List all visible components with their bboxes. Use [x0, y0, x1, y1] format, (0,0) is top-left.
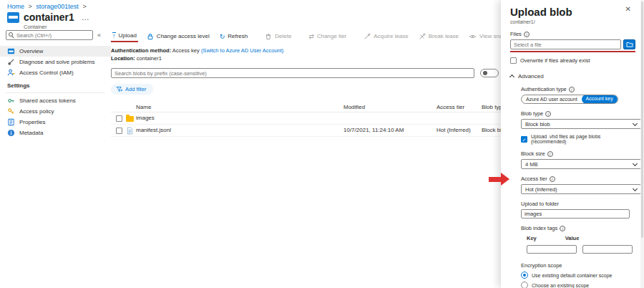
- column-header-access-tier[interactable]: Access tier: [436, 104, 464, 110]
- advanced-expander[interactable]: Advanced: [510, 73, 635, 80]
- breadcrumb-storage-link[interactable]: storage001test: [36, 3, 79, 10]
- access-tier-label: Access tier: [521, 176, 635, 182]
- breadcrumb-separator: >: [29, 3, 32, 10]
- search-icon: [9, 32, 13, 37]
- overwrite-checkbox-row[interactable]: Overwrite if files already exist: [510, 57, 635, 64]
- blob-name-link[interactable]: manifest.jsonl: [136, 127, 171, 133]
- sidebar-search-input[interactable]: [6, 30, 93, 40]
- view-snapshots-button[interactable]: View snapshots: [467, 32, 501, 42]
- column-header-modified[interactable]: Modified: [343, 104, 365, 110]
- radio-unselected[interactable]: [521, 282, 528, 288]
- sidebar-item-diagnose[interactable]: Diagnose and solve problems: [0, 57, 111, 67]
- row-checkbox[interactable]: [116, 115, 122, 122]
- upload-blob-panel: ✕ Upload blob container1/ Files Overwrit…: [501, 0, 644, 288]
- table-header-row: Name Modified Access tier Blob type: [111, 102, 501, 112]
- chevron-down-icon: [633, 186, 638, 191]
- change-access-level-button[interactable]: Change access level: [145, 32, 211, 42]
- lock-icon: [147, 33, 154, 40]
- auth-option-account-key[interactable]: Account key: [582, 95, 618, 104]
- blob-prefix-search-input[interactable]: [111, 68, 474, 78]
- overview-icon: [7, 47, 15, 55]
- info-icon: [569, 87, 575, 92]
- sidebar-settings-header: Settings: [0, 78, 111, 91]
- encryption-default-radio-row[interactable]: Use existing default container scope: [521, 272, 635, 279]
- overwrite-checkbox[interactable]: [510, 57, 517, 64]
- blob-type-label: Blob type: [521, 110, 635, 117]
- page-title: container1: [24, 11, 74, 23]
- switch-auth-link[interactable]: (Switch to Azure AD User Account): [201, 47, 283, 54]
- access-tier-dropdown[interactable]: Hot (Inferred): [521, 184, 641, 194]
- person-key-icon: [7, 69, 15, 77]
- sidebar: « Overview Diagnose and solve problems A…: [0, 30, 111, 288]
- blob-table: Name Modified Access tier Blob type imag…: [111, 102, 501, 137]
- table-row[interactable]: manifest.jsonl 10/7/2021, 11:24:10 AM Ho…: [111, 125, 501, 137]
- upload-button[interactable]: ↑ Upload: [111, 31, 138, 42]
- panel-subtitle: container1/: [510, 19, 635, 24]
- vhd-checkbox[interactable]: ✓: [521, 136, 527, 143]
- tag-key-input[interactable]: [527, 245, 577, 254]
- chevron-down-icon: [633, 160, 638, 165]
- folder-icon: [126, 116, 134, 122]
- main-content: ↑ Upload Change access level ↻ Refresh D…: [111, 30, 501, 288]
- breadcrumb: Home > storage001test >: [7, 3, 89, 10]
- change-tier-button[interactable]: ⇄ Change tier: [307, 32, 348, 42]
- vhd-checkbox-row[interactable]: ✓ Upload .vhd files as page blobs (recom…: [521, 134, 635, 144]
- file-select-input[interactable]: [510, 39, 621, 49]
- break-lease-button[interactable]: Break lease: [417, 32, 460, 42]
- scrollbar[interactable]: [640, 0, 644, 288]
- info-icon: [7, 129, 15, 137]
- encryption-choose-radio-row[interactable]: Choose an existing scope: [521, 282, 635, 288]
- auth-type-label: Authentication type: [521, 86, 635, 92]
- block-size-dropdown[interactable]: 4 MB: [521, 159, 641, 169]
- table-row[interactable]: images: [111, 112, 501, 125]
- chevron-up-icon: [509, 75, 514, 80]
- eye-icon: [469, 33, 477, 40]
- close-icon[interactable]: ✕: [625, 5, 631, 13]
- scrollbar-thumb[interactable]: [641, 1, 643, 238]
- location-line: Location: container1: [111, 55, 501, 62]
- acquire-lease-icon: [364, 33, 371, 40]
- acquire-lease-button[interactable]: Acquire lease: [362, 32, 409, 42]
- key-icon: [7, 107, 15, 115]
- sidebar-item-metadata[interactable]: Metadata: [0, 128, 111, 138]
- properties-icon: [7, 118, 15, 126]
- tag-value-input[interactable]: [582, 245, 633, 254]
- more-menu-icon[interactable]: …: [82, 13, 90, 21]
- column-header-name[interactable]: Name: [136, 104, 151, 110]
- token-icon: [7, 97, 15, 105]
- refresh-button[interactable]: ↻ Refresh: [218, 32, 250, 42]
- change-tier-icon: ⇄: [308, 34, 314, 39]
- blob-index-tags-label: Blob index tags: [521, 225, 635, 231]
- sidebar-item-properties[interactable]: Properties: [0, 117, 111, 128]
- upload-to-folder-label: Upload to folder: [521, 201, 635, 207]
- info-icon: [560, 226, 565, 231]
- chevron-down-icon: [633, 120, 638, 125]
- sidebar-item-access-policy[interactable]: Access policy: [0, 106, 111, 117]
- row-checkbox[interactable]: [116, 128, 122, 134]
- auth-option-aad[interactable]: Azure AD user account: [522, 95, 582, 104]
- blob-name-link[interactable]: images: [136, 115, 155, 121]
- sidebar-item-access-control[interactable]: Access Control (IAM): [0, 67, 111, 78]
- blob-index-tags-grid: Key Value: [527, 235, 635, 254]
- break-lease-icon: [419, 33, 426, 40]
- info-icon: [547, 151, 553, 157]
- collapse-sidebar-icon[interactable]: «: [97, 32, 101, 39]
- filter-plus-icon: [116, 86, 122, 92]
- container-icon: [7, 12, 19, 23]
- sidebar-item-overview[interactable]: Overview: [0, 46, 111, 57]
- resource-type-label: Container: [24, 24, 47, 30]
- blob-type-dropdown[interactable]: Block blob: [521, 119, 641, 129]
- info-icon: [545, 111, 551, 117]
- upload-to-folder-input[interactable]: [521, 209, 630, 219]
- delete-button[interactable]: Delete: [263, 32, 293, 42]
- command-bar: ↑ Upload Change access level ↻ Refresh D…: [111, 30, 501, 43]
- sidebar-item-shared-access-tokens[interactable]: Shared access tokens: [0, 95, 111, 106]
- breadcrumb-home-link[interactable]: Home: [7, 3, 24, 10]
- add-filter-button[interactable]: Add filter: [111, 84, 153, 95]
- show-deleted-toggle[interactable]: [480, 69, 499, 77]
- tags-key-header: Key: [527, 235, 537, 241]
- panel-title: Upload blob: [510, 6, 635, 18]
- radio-selected[interactable]: [521, 272, 528, 279]
- browse-files-button[interactable]: [623, 39, 635, 49]
- column-header-blob-type[interactable]: Blob type: [482, 104, 501, 110]
